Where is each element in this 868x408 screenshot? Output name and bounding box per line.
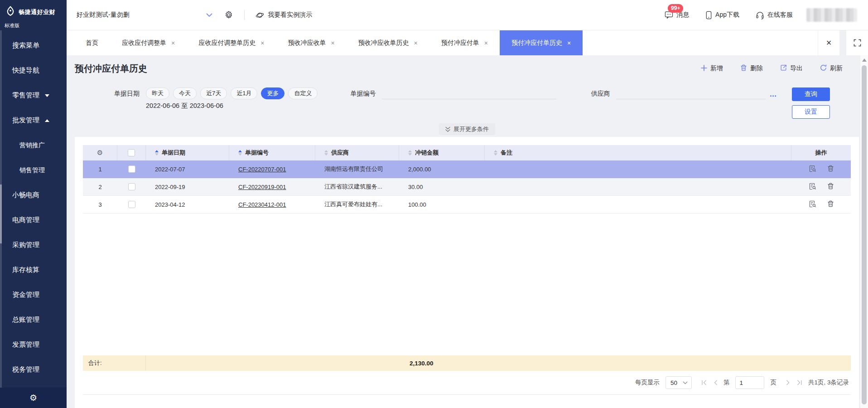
delete-button[interactable]: 删除 — [740, 64, 763, 73]
date-pill[interactable]: 近7天 — [200, 87, 227, 99]
select-all-checkbox[interactable] — [128, 149, 135, 156]
org-selector[interactable]: 好业财测试-量勿删 — [77, 11, 212, 19]
table-header-cell[interactable]: 单据日期 — [146, 145, 229, 160]
sidebar-item[interactable]: 快捷导航 — [0, 58, 67, 83]
tab-close-icon[interactable]: × — [331, 40, 334, 46]
fullscreen-button[interactable] — [846, 30, 868, 55]
table-header-cell[interactable]: 冲销金额 — [399, 145, 485, 160]
date-range-value[interactable]: 2022-06-06 至 2023-06-06 — [146, 102, 318, 110]
tab-item[interactable]: 应收应付调整单历史× — [187, 30, 276, 55]
sidebar-item[interactable]: 电商管理 — [0, 208, 67, 233]
sidebar-scrollbar[interactable] — [0, 30, 2, 388]
search-button[interactable]: 查询 — [792, 87, 830, 101]
sidebar-settings-gear-icon[interactable]: ⚙ — [29, 393, 37, 403]
doc-no-input[interactable] — [382, 87, 556, 99]
sidebar-item[interactable]: 税务管理 — [0, 357, 67, 382]
tab-close-icon[interactable]: × — [260, 40, 264, 46]
view-detail-icon[interactable] — [809, 165, 816, 174]
row-checkbox[interactable] — [128, 183, 135, 190]
date-pill[interactable]: 今天 — [173, 87, 197, 99]
sort-arrows-icon[interactable] — [238, 150, 242, 155]
supplier-filter-group: 供应商 … — [591, 87, 777, 99]
delete-row-icon[interactable] — [827, 183, 834, 191]
tab-close-icon[interactable]: × — [171, 40, 175, 46]
refresh-button[interactable]: 刷新 — [820, 64, 843, 73]
filter-panel: 单据日期 昨天今天近7天近1月更多自定义 2022-06-06 至 2023-0… — [75, 82, 859, 137]
doc-no-link[interactable]: CF-20220919-001 — [238, 184, 286, 190]
close-all-tabs-button[interactable]: × — [818, 30, 839, 55]
tab-item[interactable]: 应收应付调整单× — [110, 30, 187, 55]
sidebar-item[interactable]: 库存核算 — [0, 257, 67, 282]
row-checkbox[interactable] — [128, 201, 135, 208]
tab-close-icon[interactable]: × — [484, 40, 488, 46]
demo-link[interactable]: 我要看实例演示 — [256, 11, 312, 19]
first-page-icon[interactable] — [701, 380, 707, 385]
online-service-button[interactable]: 在线客服 — [756, 11, 793, 19]
date-pill[interactable]: 更多 — [261, 87, 285, 99]
date-pill[interactable]: 昨天 — [146, 87, 169, 99]
table-header-cell[interactable]: 单据编号 — [229, 145, 315, 160]
sidebar-item-label: 总账管理 — [12, 316, 39, 324]
tab-active[interactable]: 预付冲应付单历史× — [500, 30, 583, 55]
tab-item[interactable]: 首页 — [74, 30, 110, 55]
delete-row-icon[interactable] — [827, 165, 834, 174]
tab-item[interactable]: 预收冲应收单× — [276, 30, 346, 55]
sidebar-item[interactable]: 批发管理 — [0, 108, 67, 133]
sidebar-item[interactable]: 营销推广 — [0, 133, 67, 158]
vertical-scrollbar[interactable] — [860, 55, 868, 408]
table-row[interactable]: 3 2023-04-12 CF-20230412-001 江西真可爱布娃娃有..… — [83, 196, 851, 214]
supplier-label: 供应商 — [591, 87, 610, 99]
messages-button[interactable]: 99+ 消息 — [665, 11, 689, 19]
tab-close-icon[interactable]: × — [567, 40, 571, 46]
sidebar-item[interactable]: 采购管理 — [0, 233, 67, 257]
last-page-icon[interactable] — [796, 380, 802, 385]
sidebar-item[interactable]: 资金管理 — [0, 282, 67, 307]
doc-no-link[interactable]: CF-20230412-001 — [238, 201, 286, 208]
sidebar-item[interactable]: 搜索菜单 — [0, 33, 67, 58]
export-button[interactable]: 导出 — [780, 64, 803, 73]
column-settings-gear-icon[interactable]: ⚙ — [97, 149, 103, 157]
sort-arrows-icon[interactable] — [494, 150, 497, 155]
scrollbar-thumb[interactable] — [862, 65, 867, 404]
prev-page-icon[interactable] — [714, 380, 718, 385]
tab-item[interactable]: 预收冲应收单历史× — [347, 30, 429, 55]
page-number-input[interactable] — [735, 376, 764, 389]
settings-button[interactable]: 设置 — [792, 105, 830, 119]
add-button[interactable]: 新增 — [701, 64, 723, 73]
sidebar-item-label: 销售管理 — [19, 166, 45, 175]
delete-row-icon[interactable] — [827, 200, 834, 209]
sidebar-item[interactable]: 总账管理 — [0, 307, 67, 332]
table-header-cell[interactable]: 操作 — [791, 145, 851, 160]
app-download-button[interactable]: App下载 — [705, 11, 739, 19]
sort-arrows-icon[interactable] — [324, 150, 328, 155]
doc-no-link[interactable]: CF-20220707-001 — [238, 166, 286, 173]
next-page-icon[interactable] — [786, 380, 790, 385]
sidebar-scrollbar-thumb[interactable] — [0, 185, 2, 243]
per-page-select[interactable]: 50 — [665, 376, 692, 389]
tab-close-icon[interactable]: × — [414, 40, 418, 46]
view-detail-icon[interactable] — [809, 183, 816, 191]
topbar-gear-icon[interactable] — [224, 10, 233, 19]
table-header-cell[interactable]: 备注 — [485, 145, 791, 160]
supplier-picker-ellipsis[interactable]: … — [769, 89, 777, 99]
date-pill[interactable]: 近1月 — [231, 87, 257, 99]
tab-item[interactable]: 预付冲应付单× — [429, 30, 500, 55]
sidebar-item[interactable]: 零售管理 — [0, 83, 67, 108]
cell-amount: 2,000.00 — [399, 166, 485, 173]
supplier-input[interactable] — [616, 87, 766, 99]
sidebar-item[interactable]: 小畅电商 — [0, 183, 67, 208]
scroll-up-arrow-icon[interactable] — [862, 58, 867, 62]
table-row[interactable]: 1 2022-07-07 CF-20220707-001 湖南恒远有限责任公司 … — [83, 160, 851, 178]
sidebar-item[interactable]: 销售管理 — [0, 158, 67, 183]
date-pill[interactable]: 自定义 — [288, 87, 318, 99]
user-account-blurred[interactable] — [806, 8, 857, 22]
sort-arrows-icon[interactable] — [408, 150, 412, 155]
row-checkbox[interactable] — [128, 165, 135, 173]
sort-arrows-icon[interactable] — [155, 150, 159, 155]
tab-label: 应收应付调整单历史 — [198, 39, 256, 47]
table-header-cell[interactable]: 供应商 — [315, 145, 399, 160]
view-detail-icon[interactable] — [809, 200, 816, 209]
sidebar-item[interactable]: 发票管理 — [0, 332, 67, 357]
table-row[interactable]: 2 2022-09-19 CF-20220919-001 江西省琼汉建筑服务..… — [83, 178, 851, 196]
expand-more-conditions-button[interactable]: 展开更多条件 — [439, 123, 495, 135]
